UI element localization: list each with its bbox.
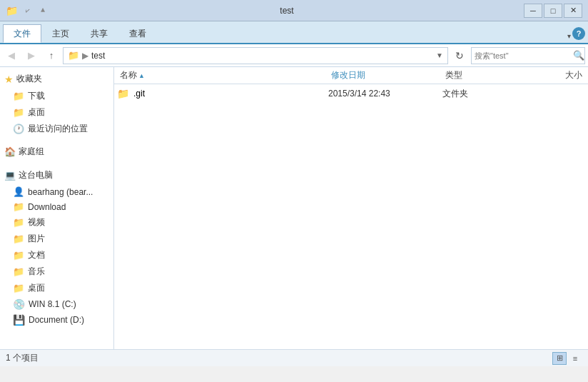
sidebar-label-documents: 文档 (28, 249, 45, 261)
file-list: 📁 .git 2015/3/14 22:43 文件夹 (114, 84, 588, 349)
table-row[interactable]: 📁 .git 2015/3/14 22:43 文件夹 (114, 84, 588, 103)
sidebar-item-pictures[interactable]: 📁 图片 (0, 231, 113, 247)
sidebar-item-user[interactable]: 👤 bearhang (bear... (0, 184, 113, 199)
sidebar-item-desktop[interactable]: 📁 桌面 (0, 104, 113, 121)
refresh-button[interactable]: ↻ (451, 47, 468, 64)
qt-up-btn[interactable]: ▼ (36, 4, 50, 17)
search-box[interactable]: 🔍 (471, 47, 585, 64)
recent-icon: 🕐 (13, 124, 24, 134)
drive-d-icon: 💾 (13, 314, 25, 326)
title-bar: 📁 🗸 ▼ test ─ □ ✕ (0, 0, 588, 21)
sidebar-section-homegroup[interactable]: 🏠 家庭组 (0, 143, 113, 161)
forward-icon: ▶ (28, 50, 35, 61)
col-header-size[interactable]: 大小 (528, 67, 585, 84)
title-bar-icons: 📁 (6, 5, 17, 16)
ribbon-tabs: 文件 主页 共享 查看 ▾ ? (0, 21, 588, 44)
sort-arrow-icon: ▲ (138, 72, 145, 79)
sidebar-item-documents[interactable]: 📁 文档 (0, 247, 113, 263)
sidebar-item-music[interactable]: 📁 音乐 (0, 263, 113, 280)
tab-share[interactable]: 共享 (80, 24, 118, 43)
window-title: test (50, 6, 524, 16)
folder-icon: 📁 (13, 250, 24, 261)
back-icon: ◀ (8, 50, 15, 61)
view-details-button[interactable]: ⊞ (552, 352, 567, 365)
path-folder-icon: 📁 (68, 50, 79, 61)
main-area: ★ 收藏夹 📁 下载 📁 桌面 🕐 最近访问的位置 🏠 家庭组 💻 这台电脑 👤 (0, 67, 588, 349)
user-icon: 👤 (13, 186, 24, 197)
view-list-icon: ≡ (573, 354, 577, 363)
search-input[interactable] (475, 51, 573, 60)
sidebar-item-recent[interactable]: 🕐 最近访问的位置 (0, 121, 113, 137)
file-area: 名称 ▲ 修改日期 类型 大小 📁 .git 2015/3/14 22:43 文… (114, 67, 588, 349)
sidebar-item-downloads[interactable]: 📁 下载 (0, 88, 113, 104)
folder-icon: 📁 (13, 217, 24, 228)
app-icon: 📁 (6, 5, 17, 16)
quick-access-toolbar: 🗸 ▼ (20, 4, 50, 17)
refresh-icon: ↻ (455, 50, 464, 61)
file-date-cell: 2015/3/14 22:43 (328, 89, 442, 99)
favorites-label: 收藏夹 (16, 73, 42, 85)
view-list-button[interactable]: ≡ (568, 352, 582, 365)
maximize-button[interactable]: □ (544, 4, 562, 18)
thispc-label: 这台电脑 (19, 169, 53, 181)
close-button[interactable]: ✕ (564, 4, 582, 18)
col-header-date[interactable]: 修改日期 (328, 67, 442, 84)
tab-view[interactable]: 查看 (118, 24, 157, 43)
sidebar: ★ 收藏夹 📁 下载 📁 桌面 🕐 最近访问的位置 🏠 家庭组 💻 这台电脑 👤 (0, 67, 114, 349)
sidebar-item-download-pc[interactable]: 📁 Download (0, 199, 113, 214)
address-dropdown-icon[interactable]: ▼ (436, 51, 443, 59)
up-button[interactable]: ↑ (43, 47, 60, 64)
sidebar-section-thispc[interactable]: 💻 这台电脑 (0, 166, 113, 184)
folder-icon: 📁 (13, 107, 24, 118)
file-list-header: 名称 ▲ 修改日期 类型 大小 (114, 67, 588, 84)
minimize-button[interactable]: ─ (524, 4, 542, 18)
file-type-cell: 文件夹 (442, 88, 528, 100)
sidebar-section-favorites[interactable]: ★ 收藏夹 (0, 70, 113, 88)
folder-icon: 📁 (13, 283, 24, 293)
sidebar-label-music: 音乐 (28, 266, 45, 278)
sidebar-label-downloads: 下载 (28, 90, 45, 102)
star-icon: ★ (4, 74, 14, 85)
path-separator: ▶ (82, 51, 88, 61)
file-folder-icon: 📁 (117, 88, 129, 99)
file-name-cell: 📁 .git (117, 88, 328, 99)
view-toggle-group: ⊞ ≡ (552, 352, 582, 365)
sidebar-label-drive-c: WIN 8.1 (C:) (29, 299, 76, 309)
window-controls[interactable]: ─ □ ✕ (524, 4, 582, 18)
folder-icon: 📁 (13, 233, 24, 244)
sidebar-item-video[interactable]: 📁 视频 (0, 214, 113, 231)
up-icon: ↑ (49, 50, 54, 61)
address-bar: ◀ ▶ ↑ 📁 ▶ test ▼ ↻ 🔍 (0, 44, 588, 67)
help-button[interactable]: ? (572, 27, 585, 40)
col-header-name[interactable]: 名称 ▲ (117, 67, 328, 84)
sidebar-label-drive-d: Document (D:) (29, 315, 84, 325)
sidebar-item-drive-d[interactable]: 💾 Document (D:) (0, 312, 113, 328)
sidebar-label-download: Download (28, 202, 66, 212)
drive-c-icon: 💿 (13, 298, 25, 310)
sidebar-label-desktop: 桌面 (28, 106, 45, 119)
back-button[interactable]: ◀ (3, 47, 20, 64)
sidebar-label-desktop2: 桌面 (28, 282, 45, 294)
folder-icon: 📁 (13, 91, 24, 101)
folder-icon: 📁 (13, 201, 24, 212)
computer-icon: 💻 (4, 170, 16, 181)
house-icon: 🏠 (4, 146, 16, 157)
address-path-box[interactable]: 📁 ▶ test ▼ (63, 47, 448, 64)
qt-save-btn[interactable]: 🗸 (20, 4, 34, 17)
forward-button[interactable]: ▶ (23, 47, 40, 64)
sidebar-item-desktop2[interactable]: 📁 桌面 (0, 280, 113, 296)
view-details-icon: ⊞ (557, 353, 563, 363)
tab-home[interactable]: 主页 (41, 24, 80, 43)
ribbon-expand-icon[interactable]: ▾ (567, 32, 571, 40)
path-text: test (91, 51, 105, 61)
tab-file[interactable]: 文件 (3, 24, 41, 43)
search-icon[interactable]: 🔍 (573, 50, 584, 61)
status-bar: 1 个项目 ⊞ ≡ (0, 349, 588, 366)
file-name-text: .git (133, 89, 145, 99)
status-count: 1 个项目 (6, 352, 39, 364)
sidebar-label-user: bearhang (bear... (28, 187, 93, 197)
homegroup-label: 家庭组 (19, 146, 44, 158)
sidebar-item-drive-c[interactable]: 💿 WIN 8.1 (C:) (0, 296, 113, 312)
sidebar-label-video: 视频 (28, 216, 45, 228)
col-header-type[interactable]: 类型 (442, 67, 528, 84)
